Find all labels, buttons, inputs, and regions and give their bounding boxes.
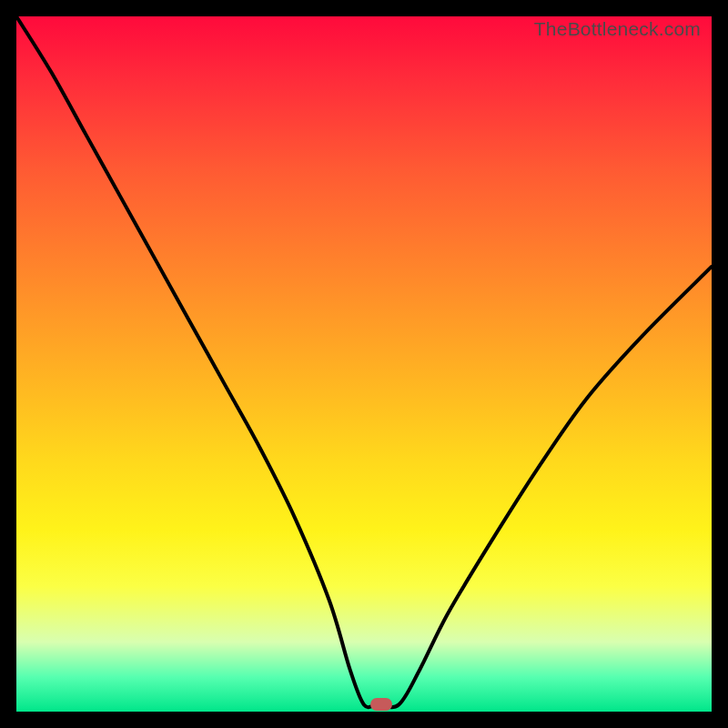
bottleneck-curve [16, 16, 712, 712]
optimal-point-marker [370, 698, 392, 711]
chart-plot-area: TheBottleneck.com [16, 16, 712, 712]
curve-path [16, 16, 712, 707]
chart-frame: TheBottleneck.com [0, 0, 728, 728]
